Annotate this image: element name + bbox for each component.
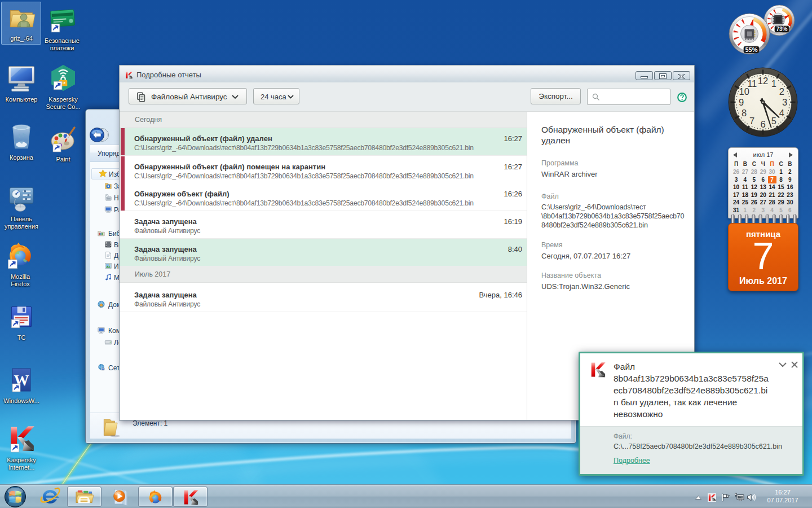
- svg-text:9: 9: [739, 97, 744, 107]
- svg-text:11: 11: [747, 78, 757, 89]
- svg-text:6: 6: [760, 119, 765, 129]
- svg-text:12: 12: [758, 76, 768, 86]
- svg-text:73%: 73%: [776, 26, 787, 32]
- svg-text:2: 2: [779, 86, 784, 97]
- svg-text:55%: 55%: [745, 46, 757, 53]
- svg-text:1: 1: [771, 78, 776, 89]
- svg-text:4: 4: [779, 108, 784, 118]
- svg-text:3: 3: [782, 97, 787, 107]
- svg-text:7: 7: [749, 116, 754, 126]
- svg-text:8: 8: [742, 108, 747, 118]
- svg-text:5: 5: [771, 116, 776, 126]
